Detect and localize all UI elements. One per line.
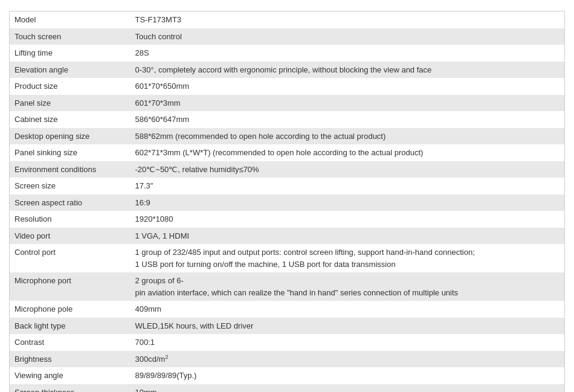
row-value: -20℃~50℃, relative humidity≤70% <box>131 161 565 178</box>
table-row: Product size601*70*650mm <box>10 78 565 95</box>
row-label: Touch screen <box>10 28 131 45</box>
table-row: Cabinet size586*60*647mm <box>10 111 565 128</box>
table-row: Environment conditions-20℃~50℃, relative… <box>10 161 565 178</box>
row-value: 0-30°, completely accord with ergonomic … <box>131 62 565 79</box>
row-value: 700:1 <box>131 334 565 351</box>
table-row: Panel sinking size602*71*3mm (L*W*T) (re… <box>10 144 565 161</box>
table-row: Elevation angle0-30°, completely accord … <box>10 62 565 79</box>
row-value: 588*62mm (recommended to open hole accor… <box>131 128 565 145</box>
row-label: Resolution <box>10 211 131 228</box>
spec-table: ModelTS-F173MT3Touch screenTouch control… <box>9 11 565 392</box>
row-value: TS-F173MT3 <box>131 11 565 28</box>
table-row: Lifting time28S <box>10 45 565 62</box>
row-value: 89/89/89/89(Typ.) <box>131 367 565 384</box>
row-label: Panel sinking size <box>10 144 131 161</box>
row-label: Viewing angle <box>10 367 131 384</box>
table-row: Microphone pole409mm <box>10 301 565 318</box>
row-label: Brightness <box>10 351 131 368</box>
table-row: Microphone port2 groups of 6-pin aviatio… <box>10 272 565 301</box>
row-label: Panel size <box>10 95 131 112</box>
row-label: Screen size <box>10 178 131 194</box>
row-value: 1920*1080 <box>131 211 565 228</box>
row-value: 1 VGA, 1 HDMI <box>131 228 565 245</box>
row-label: Microphone pole <box>10 301 131 318</box>
table-row: Video port1 VGA, 1 HDMI <box>10 228 565 245</box>
row-value: 409mm <box>131 301 565 318</box>
table-row: Brightness300cd/m2 <box>10 351 565 368</box>
row-value: 2 groups of 6-pin aviation interface, wh… <box>131 272 565 301</box>
row-label: Model <box>10 11 131 28</box>
table-row: Contrast700:1 <box>10 334 565 351</box>
row-label: Video port <box>10 228 131 245</box>
row-label: Screen thickness <box>10 384 131 392</box>
table-row: Screen size17.3" <box>10 178 565 194</box>
table-row: Screen thickness10mm <box>10 384 565 392</box>
table-row: ModelTS-F173MT3 <box>10 11 565 28</box>
table-row: Control port1 group of 232/485 input and… <box>10 244 565 272</box>
row-value: 602*71*3mm (L*W*T) (recommended to open … <box>131 144 565 161</box>
row-label: Lifting time <box>10 45 131 62</box>
table-row: Resolution1920*1080 <box>10 211 565 228</box>
row-value: 10mm <box>131 384 565 392</box>
row-label: Contrast <box>10 334 131 351</box>
row-value: 28S <box>131 45 565 62</box>
table-row: Screen aspect ratio16:9 <box>10 194 565 211</box>
row-label: Microphone port <box>10 272 131 301</box>
row-label: Desktop opening size <box>10 128 131 145</box>
row-label: Back light type <box>10 318 131 335</box>
row-value: 17.3" <box>131 178 565 194</box>
row-label: Environment conditions <box>10 161 131 178</box>
table-row: Touch screenTouch control <box>10 28 565 45</box>
row-value: 586*60*647mm <box>131 111 565 128</box>
table-row: Back light typeWLED,15K hours, with LED … <box>10 318 565 335</box>
row-value: 300cd/m2 <box>131 351 565 368</box>
row-label: Control port <box>10 244 131 272</box>
row-value: 601*70*650mm <box>131 78 565 95</box>
row-label: Product size <box>10 78 131 95</box>
row-label: Elevation angle <box>10 62 131 79</box>
table-row: Desktop opening size588*62mm (recommende… <box>10 128 565 145</box>
table-row: Panel size601*70*3mm <box>10 95 565 112</box>
row-value: 16:9 <box>131 194 565 211</box>
row-label: Cabinet size <box>10 111 131 128</box>
table-row: Viewing angle89/89/89/89(Typ.) <box>10 367 565 384</box>
row-value: Touch control <box>131 28 565 45</box>
row-value: 1 group of 232/485 input and output port… <box>131 244 565 272</box>
row-value: 601*70*3mm <box>131 95 565 112</box>
row-value: WLED,15K hours, with LED driver <box>131 318 565 335</box>
row-label: Screen aspect ratio <box>10 194 131 211</box>
